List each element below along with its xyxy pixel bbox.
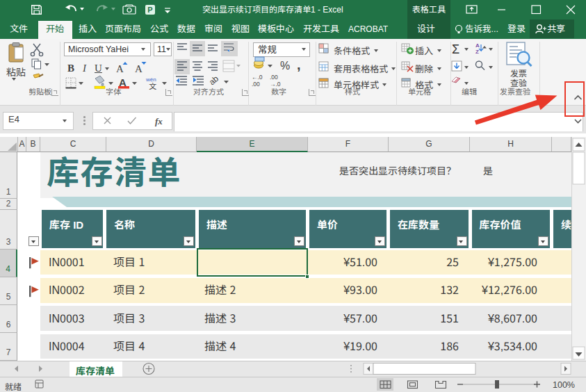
- svg-text:Σ: Σ: [452, 42, 459, 56]
- svg-text:A: A: [116, 63, 124, 74]
- svg-text:fx: fx: [155, 116, 163, 126]
- svg-text:P: P: [147, 6, 152, 14]
- svg-text:.00: .00: [252, 81, 260, 88]
- svg-text:ab: ab: [207, 74, 220, 88]
- svg-text:.00: .00: [270, 74, 278, 81]
- svg-text:Z: Z: [475, 49, 479, 55]
- svg-text:→.0: →.0: [270, 81, 281, 88]
- svg-text:←.0: ←.0: [252, 74, 263, 81]
- svg-text:A: A: [135, 63, 143, 74]
- svg-text:A: A: [475, 42, 480, 49]
- svg-text:文: 文: [149, 82, 156, 90]
